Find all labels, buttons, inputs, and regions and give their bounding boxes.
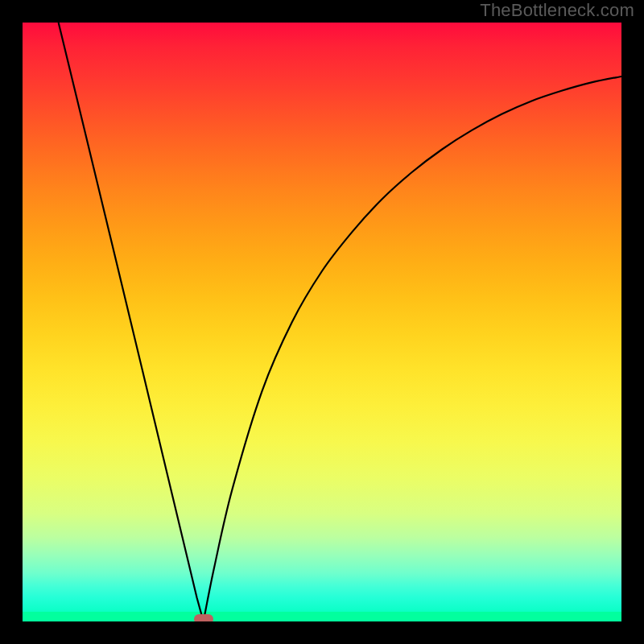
left-branch-path [59, 23, 204, 621]
plot-area [23, 23, 621, 621]
watermark-text: TheBottleneck.com [480, 0, 634, 21]
right-branch-path [204, 76, 621, 621]
min-marker [194, 614, 213, 621]
chart-frame: TheBottleneck.com [0, 0, 644, 644]
curve-svg [23, 23, 621, 621]
